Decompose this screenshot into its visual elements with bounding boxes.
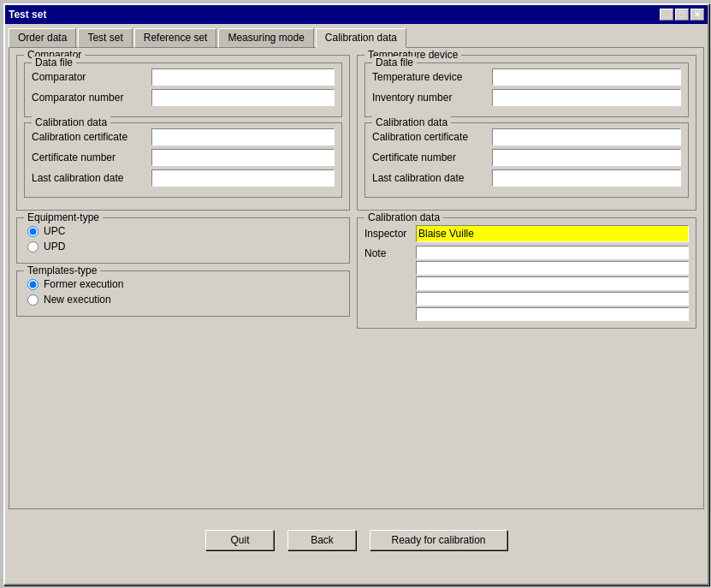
upc-radio-row: UPC xyxy=(24,225,342,237)
note-input-5[interactable] xyxy=(416,307,689,321)
back-button[interactable]: Back xyxy=(287,530,356,550)
equipment-type-title: Equipment-type xyxy=(24,211,103,223)
cert-num-left-input[interactable] xyxy=(151,149,335,166)
last-cal-right-row: Last calibration date xyxy=(372,169,681,187)
cert-num-left-row: Certificate number xyxy=(32,149,335,166)
cert-num-right-row: Certificate number xyxy=(372,149,681,166)
temp-data-file-group: Data file Temperature device Inventory n… xyxy=(364,62,689,117)
cal-cert-right-label: Calibration certificate xyxy=(372,131,492,143)
equipment-type-group: Equipment-type UPC UPD xyxy=(16,217,350,264)
note-input-2[interactable] xyxy=(416,261,689,275)
last-cal-right-input[interactable] xyxy=(492,169,681,187)
last-cal-left-label: Last calibration date xyxy=(32,172,151,184)
cal-cert-left-input[interactable] xyxy=(151,128,335,146)
title-bar-buttons: _ □ ✕ xyxy=(660,9,704,21)
tab-bar: Order data Test set Reference set Measur… xyxy=(5,24,708,47)
comparator-number-input[interactable] xyxy=(151,89,335,106)
inspector-input[interactable] xyxy=(416,225,689,242)
main-window: Test set _ □ ✕ Order data Test set Refer… xyxy=(3,3,709,585)
temp-device-field-row: Temperature device xyxy=(372,68,681,86)
comparator-field-row: Comparator xyxy=(32,68,335,86)
inspector-row: Inspector xyxy=(364,225,689,242)
cert-num-right-input[interactable] xyxy=(492,149,681,166)
former-execution-label: Former execution xyxy=(44,278,123,290)
last-cal-left-input[interactable] xyxy=(151,169,335,187)
former-execution-radio-row: Former execution xyxy=(24,278,342,290)
ready-for-calibration-button[interactable]: Ready for calibration xyxy=(370,530,507,550)
temp-device-label: Temperature device xyxy=(372,71,492,83)
right-column: Temperature device Data file Temperature… xyxy=(357,55,696,502)
temp-calibration-title: Calibration data xyxy=(372,116,451,128)
quit-button[interactable]: Quit xyxy=(205,530,274,550)
note-label: Note xyxy=(364,246,416,259)
note-field-row: Note xyxy=(364,246,689,321)
note-inputs xyxy=(416,246,689,321)
temp-device-input[interactable] xyxy=(492,68,681,86)
note-input-3[interactable] xyxy=(416,276,689,290)
inventory-field-row: Inventory number xyxy=(372,89,681,106)
cal-cert-right-row: Calibration certificate xyxy=(372,128,681,146)
temp-data-file-title: Data file xyxy=(372,56,417,68)
comparator-number-label: Comparator number xyxy=(32,92,151,104)
new-execution-radio[interactable] xyxy=(27,294,39,306)
comparator-data-file-title: Data file xyxy=(32,56,76,68)
inspector-label: Inspector xyxy=(364,228,416,240)
maximize-button[interactable]: □ xyxy=(675,9,689,21)
tab-reference-set[interactable]: Reference set xyxy=(134,28,217,48)
note-input-4[interactable] xyxy=(416,292,689,306)
temp-calibration-data-group: Calibration data Calibration certificate… xyxy=(364,122,689,198)
comparator-number-field-row: Comparator number xyxy=(32,89,335,106)
last-cal-left-row: Last calibration date xyxy=(32,169,335,187)
temperature-device-group: Temperature device Data file Temperature… xyxy=(357,55,696,211)
cal-cert-left-row: Calibration certificate xyxy=(32,128,335,146)
comparator-group: Comparator Data file Comparator Comparat… xyxy=(16,55,350,211)
new-execution-label: New execution xyxy=(44,294,111,306)
new-execution-radio-row: New execution xyxy=(24,294,342,306)
inventory-label: Inventory number xyxy=(372,92,492,104)
templates-type-title: Templates-type xyxy=(24,264,100,276)
comparator-input[interactable] xyxy=(151,68,335,86)
comparator-label: Comparator xyxy=(32,71,151,83)
upc-label: UPC xyxy=(44,225,65,237)
tab-test-set[interactable]: Test set xyxy=(78,28,132,48)
upc-radio[interactable] xyxy=(27,226,39,237)
window-title: Test set xyxy=(9,9,46,21)
upd-radio[interactable] xyxy=(27,241,39,252)
comparator-calibration-data-group: Calibration data Calibration certificate… xyxy=(24,122,342,198)
templates-type-group: Templates-type Former execution New exec… xyxy=(16,270,350,317)
former-execution-radio[interactable] xyxy=(27,279,39,290)
calibration-data-bottom-group: Calibration data Inspector Note xyxy=(357,217,696,329)
cert-num-right-label: Certificate number xyxy=(372,151,492,163)
content-area: Comparator Data file Comparator Comparat… xyxy=(9,47,704,509)
cal-cert-right-input[interactable] xyxy=(492,128,681,146)
inventory-input[interactable] xyxy=(492,89,681,106)
tab-order-data[interactable]: Order data xyxy=(9,28,76,48)
left-column: Comparator Data file Comparator Comparat… xyxy=(16,55,350,502)
close-button[interactable]: ✕ xyxy=(690,9,704,21)
comparator-calibration-title: Calibration data xyxy=(32,116,110,128)
cal-cert-left-label: Calibration certificate xyxy=(32,131,151,143)
cert-num-left-label: Certificate number xyxy=(32,151,151,163)
comparator-data-file-group: Data file Comparator Comparator number xyxy=(24,62,342,117)
tab-measuring-mode[interactable]: Measuring mode xyxy=(218,28,313,48)
minimize-button[interactable]: _ xyxy=(660,9,673,21)
bottom-buttons: Quit Back Ready for calibration xyxy=(5,523,708,557)
last-cal-right-label: Last calibration date xyxy=(372,172,492,184)
two-column-layout: Comparator Data file Comparator Comparat… xyxy=(16,55,696,502)
note-input-1[interactable] xyxy=(416,246,689,259)
title-bar: Test set _ □ ✕ xyxy=(5,5,708,24)
calibration-data-bottom-title: Calibration data xyxy=(364,211,443,223)
upd-label: UPD xyxy=(44,241,65,252)
upd-radio-row: UPD xyxy=(24,241,342,252)
tab-calibration-data[interactable]: Calibration data xyxy=(316,28,406,48)
